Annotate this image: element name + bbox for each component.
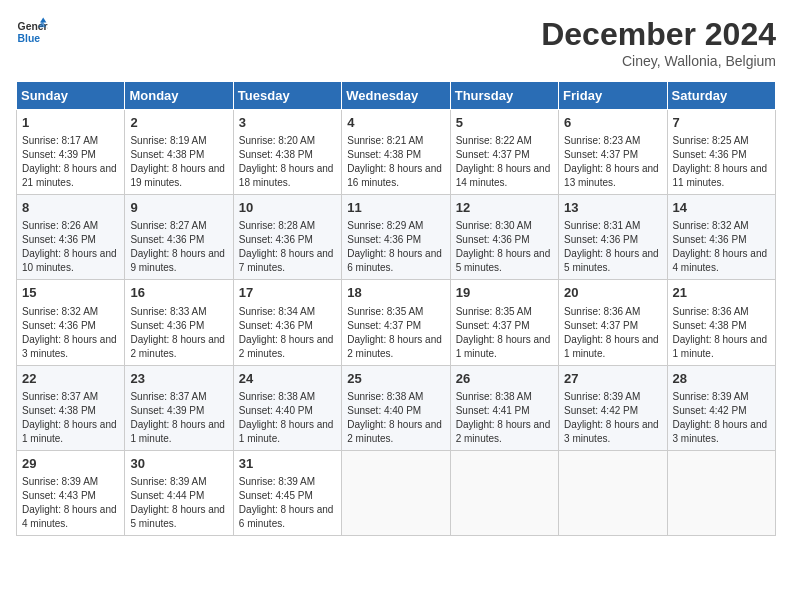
calendar-cell: 29Sunrise: 8:39 AMSunset: 4:43 PMDayligh…	[17, 450, 125, 535]
day-number: 28	[673, 370, 770, 388]
calendar-cell	[559, 450, 667, 535]
calendar-cell	[342, 450, 450, 535]
month-title: December 2024	[541, 16, 776, 53]
calendar-table: SundayMondayTuesdayWednesdayThursdayFrid…	[16, 81, 776, 536]
svg-text:Blue: Blue	[18, 33, 41, 44]
calendar-cell: 26Sunrise: 8:38 AMSunset: 4:41 PMDayligh…	[450, 365, 558, 450]
day-info: Sunrise: 8:22 AMSunset: 4:37 PMDaylight:…	[456, 134, 553, 190]
day-info: Sunrise: 8:28 AMSunset: 4:36 PMDaylight:…	[239, 219, 336, 275]
calendar-cell: 7Sunrise: 8:25 AMSunset: 4:36 PMDaylight…	[667, 110, 775, 195]
calendar-week-row: 29Sunrise: 8:39 AMSunset: 4:43 PMDayligh…	[17, 450, 776, 535]
day-info: Sunrise: 8:37 AMSunset: 4:39 PMDaylight:…	[130, 390, 227, 446]
day-number: 14	[673, 199, 770, 217]
day-of-week-header: Thursday	[450, 82, 558, 110]
day-number: 11	[347, 199, 444, 217]
day-info: Sunrise: 8:29 AMSunset: 4:36 PMDaylight:…	[347, 219, 444, 275]
calendar-cell: 16Sunrise: 8:33 AMSunset: 4:36 PMDayligh…	[125, 280, 233, 365]
day-info: Sunrise: 8:34 AMSunset: 4:36 PMDaylight:…	[239, 305, 336, 361]
day-info: Sunrise: 8:26 AMSunset: 4:36 PMDaylight:…	[22, 219, 119, 275]
day-number: 21	[673, 284, 770, 302]
day-number: 24	[239, 370, 336, 388]
day-number: 22	[22, 370, 119, 388]
title-block: December 2024 Ciney, Wallonia, Belgium	[541, 16, 776, 69]
day-info: Sunrise: 8:35 AMSunset: 4:37 PMDaylight:…	[456, 305, 553, 361]
day-info: Sunrise: 8:38 AMSunset: 4:40 PMDaylight:…	[239, 390, 336, 446]
day-number: 31	[239, 455, 336, 473]
calendar-cell: 18Sunrise: 8:35 AMSunset: 4:37 PMDayligh…	[342, 280, 450, 365]
day-number: 27	[564, 370, 661, 388]
day-number: 6	[564, 114, 661, 132]
calendar-cell: 19Sunrise: 8:35 AMSunset: 4:37 PMDayligh…	[450, 280, 558, 365]
day-info: Sunrise: 8:21 AMSunset: 4:38 PMDaylight:…	[347, 134, 444, 190]
day-number: 16	[130, 284, 227, 302]
day-number: 19	[456, 284, 553, 302]
calendar-cell: 4Sunrise: 8:21 AMSunset: 4:38 PMDaylight…	[342, 110, 450, 195]
calendar-cell: 10Sunrise: 8:28 AMSunset: 4:36 PMDayligh…	[233, 195, 341, 280]
calendar-cell: 21Sunrise: 8:36 AMSunset: 4:38 PMDayligh…	[667, 280, 775, 365]
calendar-cell: 22Sunrise: 8:37 AMSunset: 4:38 PMDayligh…	[17, 365, 125, 450]
calendar-cell: 11Sunrise: 8:29 AMSunset: 4:36 PMDayligh…	[342, 195, 450, 280]
calendar-cell	[450, 450, 558, 535]
calendar-week-row: 22Sunrise: 8:37 AMSunset: 4:38 PMDayligh…	[17, 365, 776, 450]
day-number: 12	[456, 199, 553, 217]
calendar-cell: 13Sunrise: 8:31 AMSunset: 4:36 PMDayligh…	[559, 195, 667, 280]
calendar-cell: 28Sunrise: 8:39 AMSunset: 4:42 PMDayligh…	[667, 365, 775, 450]
day-info: Sunrise: 8:36 AMSunset: 4:38 PMDaylight:…	[673, 305, 770, 361]
calendar-cell: 3Sunrise: 8:20 AMSunset: 4:38 PMDaylight…	[233, 110, 341, 195]
day-info: Sunrise: 8:27 AMSunset: 4:36 PMDaylight:…	[130, 219, 227, 275]
day-number: 29	[22, 455, 119, 473]
calendar-cell: 5Sunrise: 8:22 AMSunset: 4:37 PMDaylight…	[450, 110, 558, 195]
day-of-week-header: Monday	[125, 82, 233, 110]
calendar-cell: 25Sunrise: 8:38 AMSunset: 4:40 PMDayligh…	[342, 365, 450, 450]
day-number: 18	[347, 284, 444, 302]
calendar-cell	[667, 450, 775, 535]
calendar-cell: 12Sunrise: 8:30 AMSunset: 4:36 PMDayligh…	[450, 195, 558, 280]
day-info: Sunrise: 8:31 AMSunset: 4:36 PMDaylight:…	[564, 219, 661, 275]
day-number: 20	[564, 284, 661, 302]
day-info: Sunrise: 8:20 AMSunset: 4:38 PMDaylight:…	[239, 134, 336, 190]
calendar-cell: 15Sunrise: 8:32 AMSunset: 4:36 PMDayligh…	[17, 280, 125, 365]
day-info: Sunrise: 8:38 AMSunset: 4:41 PMDaylight:…	[456, 390, 553, 446]
day-number: 23	[130, 370, 227, 388]
day-number: 13	[564, 199, 661, 217]
calendar-cell: 24Sunrise: 8:38 AMSunset: 4:40 PMDayligh…	[233, 365, 341, 450]
location-subtitle: Ciney, Wallonia, Belgium	[541, 53, 776, 69]
calendar-cell: 20Sunrise: 8:36 AMSunset: 4:37 PMDayligh…	[559, 280, 667, 365]
calendar-cell: 9Sunrise: 8:27 AMSunset: 4:36 PMDaylight…	[125, 195, 233, 280]
day-info: Sunrise: 8:17 AMSunset: 4:39 PMDaylight:…	[22, 134, 119, 190]
logo: General Blue	[16, 16, 48, 48]
day-number: 17	[239, 284, 336, 302]
day-info: Sunrise: 8:39 AMSunset: 4:43 PMDaylight:…	[22, 475, 119, 531]
calendar-cell: 31Sunrise: 8:39 AMSunset: 4:45 PMDayligh…	[233, 450, 341, 535]
calendar-cell: 23Sunrise: 8:37 AMSunset: 4:39 PMDayligh…	[125, 365, 233, 450]
calendar-cell: 27Sunrise: 8:39 AMSunset: 4:42 PMDayligh…	[559, 365, 667, 450]
day-number: 3	[239, 114, 336, 132]
day-of-week-header: Wednesday	[342, 82, 450, 110]
calendar-cell: 17Sunrise: 8:34 AMSunset: 4:36 PMDayligh…	[233, 280, 341, 365]
day-number: 25	[347, 370, 444, 388]
day-number: 30	[130, 455, 227, 473]
day-number: 2	[130, 114, 227, 132]
calendar-cell: 2Sunrise: 8:19 AMSunset: 4:38 PMDaylight…	[125, 110, 233, 195]
day-of-week-header: Friday	[559, 82, 667, 110]
day-number: 15	[22, 284, 119, 302]
day-info: Sunrise: 8:37 AMSunset: 4:38 PMDaylight:…	[22, 390, 119, 446]
day-number: 5	[456, 114, 553, 132]
calendar-cell: 6Sunrise: 8:23 AMSunset: 4:37 PMDaylight…	[559, 110, 667, 195]
day-info: Sunrise: 8:38 AMSunset: 4:40 PMDaylight:…	[347, 390, 444, 446]
day-info: Sunrise: 8:30 AMSunset: 4:36 PMDaylight:…	[456, 219, 553, 275]
logo-icon: General Blue	[16, 16, 48, 48]
svg-marker-2	[40, 18, 46, 23]
day-info: Sunrise: 8:39 AMSunset: 4:44 PMDaylight:…	[130, 475, 227, 531]
day-info: Sunrise: 8:23 AMSunset: 4:37 PMDaylight:…	[564, 134, 661, 190]
day-number: 26	[456, 370, 553, 388]
day-info: Sunrise: 8:39 AMSunset: 4:42 PMDaylight:…	[673, 390, 770, 446]
day-info: Sunrise: 8:32 AMSunset: 4:36 PMDaylight:…	[673, 219, 770, 275]
calendar-week-row: 15Sunrise: 8:32 AMSunset: 4:36 PMDayligh…	[17, 280, 776, 365]
day-number: 4	[347, 114, 444, 132]
calendar-header-row: SundayMondayTuesdayWednesdayThursdayFrid…	[17, 82, 776, 110]
calendar-cell: 30Sunrise: 8:39 AMSunset: 4:44 PMDayligh…	[125, 450, 233, 535]
day-info: Sunrise: 8:39 AMSunset: 4:42 PMDaylight:…	[564, 390, 661, 446]
calendar-cell: 1Sunrise: 8:17 AMSunset: 4:39 PMDaylight…	[17, 110, 125, 195]
day-of-week-header: Saturday	[667, 82, 775, 110]
